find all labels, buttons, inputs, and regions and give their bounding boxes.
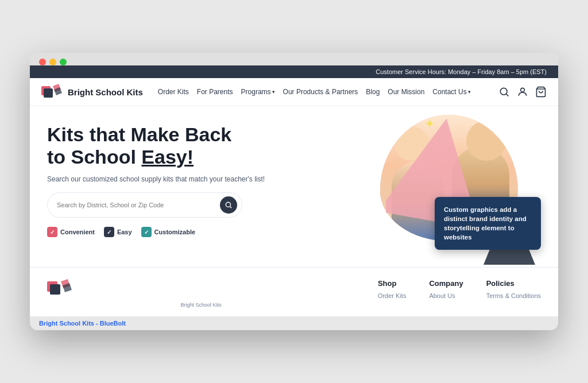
footer-col-policies: Policies Terms & Conditions [486,279,541,308]
hero-section: Kits that Make Back to School Easy! Sear… [30,106,558,267]
close-button[interactable] [39,59,46,65]
nav-links: Order Kits For Parents Programs Our Prod… [158,88,489,96]
nav-programs[interactable]: Programs [241,88,275,96]
tooltip-box: Custom graphics add a distinct brand ide… [435,197,541,250]
browser-content: Customer Service Hours: Monday – Friday … [30,65,558,316]
cart-icon[interactable] [535,86,547,98]
sparkle-icon: ✦ [424,117,435,131]
top-bar: Customer Service Hours: Monday – Friday … [30,65,558,78]
feature-easy: ✓ Easy [104,227,132,237]
hero-right-graphics: ✦ [305,106,547,267]
browser-frame: Customer Service Hours: Monday – Friday … [30,53,558,330]
logo-icon [41,84,63,100]
feature-customizable: ✓ Customizable [141,227,196,237]
footer-col-company: Company About Us [429,279,463,308]
svg-point-6 [521,88,525,92]
nav-for-parents[interactable]: For Parents [197,88,233,96]
hero-subtitle: Search our customized school supply kits… [47,175,288,183]
footer-logo-icon [47,279,76,300]
bottom-link-text[interactable]: Bright School Kits - BlueBolt [39,320,126,327]
minimize-button[interactable] [49,59,56,65]
svg-line-5 [506,94,509,96]
nav-icons [498,86,547,98]
convenient-icon: ✓ [47,227,57,237]
search-button[interactable] [220,196,237,214]
nav-blog[interactable]: Blog [366,88,380,96]
hero-left: Kits that Make Back to School Easy! Sear… [47,123,288,256]
svg-rect-13 [50,284,60,295]
svg-point-8 [226,203,230,207]
nav-our-mission[interactable]: Our Mission [388,88,424,96]
customizable-icon: ✓ [141,227,152,237]
svg-rect-1 [44,88,53,98]
footer: Bright School Kits Shop Order Kits Compa… [30,267,558,316]
footer-terms-link[interactable]: Terms & Conditions [486,292,541,299]
hero-title: Kits that Make Back to School Easy! [47,123,288,168]
search-icon[interactable] [498,86,510,98]
logo-text: Bright School Kits [68,87,143,97]
browser-bottom-bar: Bright School Kits - BlueBolt [30,316,558,330]
footer-brand-name: Bright School Kits [47,302,355,308]
search-input[interactable] [57,202,215,208]
search-bar [47,192,242,218]
feature-convenient: ✓ Convenient [47,227,95,237]
maximize-button[interactable] [60,59,67,65]
nav-products-partners[interactable]: Our Products & Partners [283,88,358,96]
footer-about-us-link[interactable]: About Us [429,292,463,299]
customer-service-text: Customer Service Hours: Monday – Friday … [376,68,547,75]
footer-order-kits-link[interactable]: Order Kits [378,292,407,299]
browser-chrome [30,53,558,65]
features-list: ✓ Convenient ✓ Easy ✓ Customizable [47,227,288,237]
navbar: Bright School Kits Order Kits For Parent… [30,78,558,106]
svg-point-4 [500,88,507,95]
footer-brand: Bright School Kits [47,279,355,308]
account-icon[interactable] [517,86,528,98]
footer-col-shop: Shop Order Kits [378,279,407,308]
nav-order-kits[interactable]: Order Kits [158,88,189,96]
easy-icon: ✓ [104,227,114,237]
logo-area[interactable]: Bright School Kits [41,84,143,100]
nav-contact-us[interactable]: Contact Us [432,88,470,96]
traffic-lights [39,59,67,65]
svg-line-9 [230,207,232,208]
